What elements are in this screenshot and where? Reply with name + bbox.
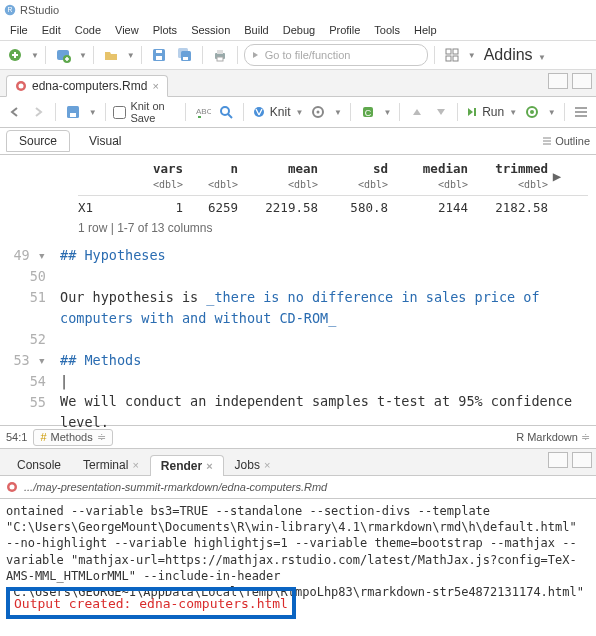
tab-render[interactable]: Render× [150, 455, 224, 476]
caret-icon[interactable]: ▼ [31, 51, 39, 60]
code-body[interactable]: ## Hypotheses Our hypothesis is _there i… [0, 245, 590, 433]
close-tab-icon[interactable]: × [152, 80, 158, 92]
render-output[interactable]: ontained --variable bs3=TRUE --standalon… [0, 499, 596, 627]
tab-terminal[interactable]: Terminal× [72, 454, 150, 475]
back-button[interactable] [6, 101, 24, 123]
line-54-cursor: | [60, 373, 68, 389]
publish-button[interactable] [523, 101, 541, 123]
maximize-bottom-pane-button[interactable] [572, 452, 592, 468]
new-file-button[interactable] [4, 44, 26, 66]
insert-chunk-button[interactable]: C [359, 101, 377, 123]
editor-tabbar: edna-computers.Rmd × [0, 70, 596, 97]
caret-icon[interactable]: ▼ [468, 51, 476, 60]
run-label: Run [482, 105, 504, 119]
nav-up-button[interactable] [408, 101, 426, 123]
svg-rect-13 [217, 57, 223, 61]
col-vars: vars<dbl> [128, 161, 183, 191]
line-gutter: 49 ▾ 50 51 52 53 ▾ 54 55 [0, 245, 54, 434]
code-editor[interactable]: 49 ▾ 50 51 52 53 ▾ 54 55 ## Hypotheses O… [0, 245, 596, 425]
line-55: We will conduct an independent samples t… [60, 393, 580, 430]
menu-plots[interactable]: Plots [147, 22, 183, 38]
minimize-bottom-pane-button[interactable] [548, 452, 568, 468]
menu-session[interactable]: Session [185, 22, 236, 38]
close-icon[interactable]: × [206, 460, 212, 472]
menu-edit[interactable]: Edit [36, 22, 67, 38]
outline-icon [542, 136, 552, 146]
window-titlebar: R RStudio [0, 0, 596, 20]
source-mode-button[interactable]: Source [6, 130, 70, 152]
svg-rect-12 [217, 50, 223, 54]
menu-build[interactable]: Build [238, 22, 274, 38]
caret-icon[interactable]: ▼ [79, 51, 87, 60]
svg-rect-14 [446, 49, 451, 54]
app-title: RStudio [20, 4, 59, 16]
menu-profile[interactable]: Profile [323, 22, 366, 38]
print-button[interactable] [209, 44, 231, 66]
bottom-pane-tabs: Console Terminal× Render× Jobs× [0, 448, 596, 476]
outline-button[interactable]: Outline [542, 135, 590, 147]
svg-rect-6 [156, 56, 162, 60]
render-toolbar: .../may-presentation-summit-rmarkdown/ed… [0, 476, 596, 499]
save-file-button[interactable] [64, 101, 82, 123]
knit-button[interactable]: Knit ▼ [252, 105, 304, 119]
goto-file-input[interactable]: Go to file/function [244, 44, 428, 66]
svg-point-26 [317, 111, 320, 114]
open-file-button[interactable] [100, 44, 122, 66]
svg-rect-21 [70, 113, 76, 117]
menu-debug[interactable]: Debug [277, 22, 321, 38]
menu-help[interactable]: Help [408, 22, 443, 38]
nav-down-button[interactable] [432, 101, 450, 123]
new-project-button[interactable] [52, 44, 74, 66]
menu-file[interactable]: File [4, 22, 34, 38]
knit-icon [252, 105, 266, 119]
table-scroll-right-icon[interactable]: ▶ [548, 168, 566, 184]
knit-on-save-checkbox[interactable] [113, 106, 126, 119]
knit-label: Knit [270, 105, 291, 119]
addins-menu[interactable]: Addins ▼ [484, 46, 546, 64]
outline-toggle-button[interactable] [572, 101, 590, 123]
line-51: Our hypothesis is _there is no differenc… [60, 289, 548, 326]
svg-point-31 [530, 110, 534, 114]
menu-bar: File Edit Code View Plots Session Build … [0, 20, 596, 40]
spellcheck-button[interactable]: ABC [194, 101, 212, 123]
svg-rect-17 [453, 56, 458, 61]
cell-mean: 2219.58 [238, 200, 318, 215]
cell-n: 6259 [183, 200, 238, 215]
arrow-right-icon [251, 50, 261, 60]
col-trimmed: trimmed<dbl> [468, 161, 548, 191]
minimize-pane-button[interactable] [548, 73, 568, 89]
grid-icon[interactable] [441, 44, 463, 66]
caret-icon[interactable]: ▼ [127, 51, 135, 60]
svg-rect-16 [446, 56, 451, 61]
svg-rect-29 [474, 108, 476, 116]
find-button[interactable] [217, 101, 235, 123]
visual-mode-button[interactable]: Visual [76, 130, 134, 152]
save-button[interactable] [148, 44, 170, 66]
tab-console[interactable]: Console [6, 454, 72, 475]
cell-sd: 580.8 [318, 200, 388, 215]
editor-toolbar: ▼ Knit on Save ABC Knit ▼ ▼ C▼ Run ▼ ▼ [0, 97, 596, 128]
maximize-pane-button[interactable] [572, 73, 592, 89]
forward-button[interactable] [30, 101, 48, 123]
tab-jobs[interactable]: Jobs× [224, 454, 282, 475]
file-tab[interactable]: edna-computers.Rmd × [6, 75, 168, 97]
render-log: ontained --variable bs3=TRUE --standalon… [6, 504, 584, 599]
settings-button[interactable] [309, 101, 327, 123]
close-icon[interactable]: × [132, 459, 138, 471]
menu-code[interactable]: Code [69, 22, 107, 38]
save-all-button[interactable] [174, 44, 196, 66]
chunk-output-table: vars<dbl> n<dbl> mean<dbl> sd<dbl> media… [0, 155, 596, 245]
menu-view[interactable]: View [109, 22, 145, 38]
caret-icon[interactable]: ▼ [89, 108, 97, 117]
col-median: median<dbl> [388, 161, 468, 191]
render-path: .../may-presentation-summit-rmarkdown/ed… [24, 481, 327, 493]
rmd-file-icon [6, 481, 18, 493]
run-button[interactable]: Run ▼ [466, 105, 517, 119]
goto-placeholder: Go to file/function [265, 49, 351, 61]
svg-rect-10 [183, 57, 188, 60]
close-icon[interactable]: × [264, 459, 270, 471]
svg-text:C: C [364, 108, 371, 118]
menu-tools[interactable]: Tools [368, 22, 406, 38]
line-49: ## Hypotheses [60, 247, 166, 263]
knit-on-save-toggle[interactable]: Knit on Save [113, 100, 177, 124]
